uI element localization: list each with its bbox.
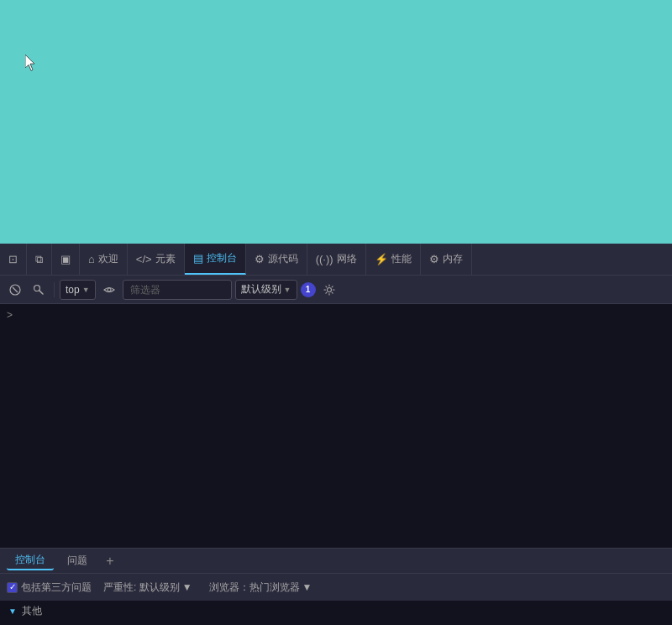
- settings-button[interactable]: [319, 280, 339, 300]
- console-output[interactable]: >: [0, 304, 672, 548]
- browser-viewport: [0, 0, 672, 244]
- sidebar-icon: ▣: [60, 253, 71, 265]
- clear-console-button[interactable]: [5, 280, 25, 300]
- tab-network[interactable]: ((·)) 网络: [307, 244, 366, 275]
- tab-elements[interactable]: </> 元素: [128, 244, 185, 275]
- toolbar-divider-1: [54, 282, 55, 297]
- console-toolbar: top ▼ 默认级别 ▼ 1: [0, 276, 672, 304]
- svg-point-4: [108, 288, 111, 291]
- context-value: top: [66, 284, 80, 296]
- inspect-icon: ⊡: [8, 253, 18, 265]
- issues-badge[interactable]: 1: [301, 282, 316, 297]
- tab-inspect[interactable]: ⊡: [0, 244, 27, 275]
- sources-icon: ⚙: [255, 253, 265, 265]
- level-value: 默认级别: [241, 282, 281, 297]
- console-input-area[interactable]: >: [0, 304, 672, 326]
- console-icon: ▤: [193, 252, 203, 265]
- tab-performance-label: 性能: [391, 252, 412, 266]
- chevron-down-icon-2: ▼: [284, 286, 291, 294]
- tab-console-label: 控制台: [207, 251, 237, 265]
- copy-icon: ⧉: [35, 253, 43, 266]
- filter-input[interactable]: [123, 280, 232, 300]
- expand-arrow-icon: ▼: [8, 607, 17, 616]
- checkbox-box: ✓: [7, 582, 18, 593]
- tab-console[interactable]: ▤ 控制台: [185, 244, 246, 275]
- status-console-label: 控制台: [15, 554, 45, 565]
- svg-line-3: [39, 290, 44, 294]
- bottom-tab-bar: 控制台 问题 +: [0, 548, 672, 573]
- home-icon: ⌂: [88, 253, 95, 265]
- performance-icon: ⚡: [375, 253, 388, 265]
- tab-welcome-label: 欢迎: [98, 252, 118, 266]
- status-tab-issues[interactable]: 问题: [59, 552, 96, 570]
- severity-label: 严重性: 默认级别: [103, 580, 180, 595]
- status-tab-console[interactable]: 控制台: [7, 551, 54, 570]
- tab-copy[interactable]: ⧉: [27, 244, 52, 275]
- eye-button[interactable]: [99, 280, 119, 300]
- issues-panel: ✓ 包括第三方问题 严重性: 默认级别 ▼ 浏览器：热门浏览器 ▼ ▼ 其他: [0, 573, 672, 625]
- add-tab-button[interactable]: +: [101, 552, 119, 570]
- svg-point-5: [327, 287, 331, 291]
- chevron-down-icon: ▼: [82, 286, 90, 294]
- tab-welcome[interactable]: ⌂ 欢迎: [80, 244, 128, 275]
- browser-arrow-icon: ▼: [302, 581, 312, 593]
- third-party-checkbox[interactable]: ✓ 包括第三方问题: [7, 580, 92, 595]
- issues-filter-bar: ✓ 包括第三方问题 严重性: 默认级别 ▼ 浏览器：热门浏览器 ▼: [0, 574, 672, 601]
- svg-line-1: [13, 287, 18, 292]
- status-issues-label: 问题: [67, 554, 87, 566]
- tab-memory[interactable]: ⚙ 内存: [421, 244, 472, 275]
- issues-group-label: 其他: [22, 604, 42, 618]
- mouse-cursor: [25, 55, 37, 71]
- tab-elements-label: 元素: [155, 252, 176, 266]
- tab-network-label: 网络: [337, 252, 357, 266]
- prompt-arrow: >: [7, 309, 13, 321]
- check-mark-icon: ✓: [9, 583, 16, 591]
- tab-memory-label: 内存: [443, 252, 463, 266]
- tab-performance[interactable]: ⚡ 性能: [366, 244, 421, 275]
- filter-toggle-button[interactable]: [29, 280, 49, 300]
- tab-sources[interactable]: ⚙ 源代码: [246, 244, 307, 275]
- memory-icon: ⚙: [429, 253, 439, 265]
- browser-label: 浏览器：热门浏览器: [209, 580, 300, 595]
- devtools-tab-bar: ⊡ ⧉ ▣ ⌂ 欢迎 </> 元素 ▤ 控制台 ⚙ 源代码 ((·)) 网络 ⚡: [0, 244, 672, 276]
- level-selector[interactable]: 默认级别 ▼: [235, 280, 297, 300]
- tab-sidebar[interactable]: ▣: [52, 244, 80, 275]
- elements-icon: </>: [136, 253, 152, 265]
- context-selector[interactable]: top ▼: [60, 280, 96, 300]
- tab-sources-label: 源代码: [268, 252, 298, 266]
- issues-count: 1: [306, 285, 311, 294]
- severity-arrow-icon: ▼: [182, 581, 192, 593]
- severity-filter[interactable]: 严重性: 默认级别 ▼: [98, 579, 197, 596]
- issues-group-other[interactable]: ▼ 其他: [0, 601, 672, 622]
- devtools-panel: ⊡ ⧉ ▣ ⌂ 欢迎 </> 元素 ▤ 控制台 ⚙ 源代码 ((·)) 网络 ⚡: [0, 244, 672, 625]
- network-icon: ((·)): [316, 253, 333, 265]
- issues-content: ▼ 其他: [0, 601, 672, 625]
- third-party-label: 包括第三方问题: [21, 580, 92, 595]
- browser-filter[interactable]: 浏览器：热门浏览器 ▼: [204, 579, 318, 596]
